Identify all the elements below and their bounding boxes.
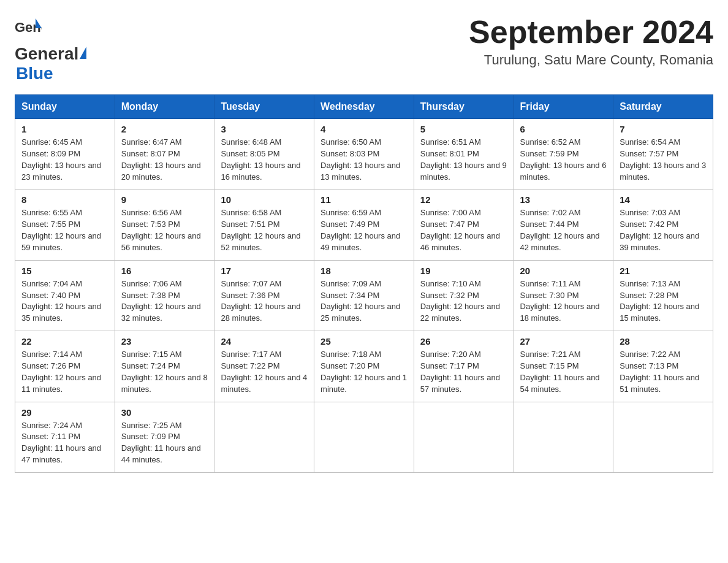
weekday-header-tuesday: Tuesday <box>214 95 314 119</box>
calendar-cell: 19 Sunrise: 7:10 AMSunset: 7:32 PMDaylig… <box>414 260 514 331</box>
calendar-cell: 30 Sunrise: 7:25 AMSunset: 7:09 PMDaylig… <box>115 402 214 472</box>
calendar-cell: 9 Sunrise: 6:56 AMSunset: 7:53 PMDayligh… <box>115 190 214 260</box>
day-info: Sunrise: 7:24 AMSunset: 7:11 PMDaylight:… <box>21 420 108 466</box>
calendar-cell: 12 Sunrise: 7:00 AMSunset: 7:47 PMDaylig… <box>414 190 514 260</box>
calendar-week-5: 29 Sunrise: 7:24 AMSunset: 7:11 PMDaylig… <box>15 402 713 472</box>
calendar-week-2: 8 Sunrise: 6:55 AMSunset: 7:55 PMDayligh… <box>15 190 713 260</box>
day-info: Sunrise: 6:45 AMSunset: 8:09 PMDaylight:… <box>21 137 108 183</box>
day-number: 22 <box>21 336 108 347</box>
calendar-cell: 16 Sunrise: 7:06 AMSunset: 7:38 PMDaylig… <box>115 260 214 331</box>
calendar-cell <box>613 402 713 472</box>
day-number: 17 <box>221 266 308 276</box>
day-number: 5 <box>420 124 507 134</box>
calendar-cell: 2 Sunrise: 6:47 AMSunset: 8:07 PMDayligh… <box>115 119 214 190</box>
calendar-week-3: 15 Sunrise: 7:04 AMSunset: 7:40 PMDaylig… <box>15 260 713 331</box>
day-number: 4 <box>320 124 408 134</box>
weekday-header-sunday: Sunday <box>15 95 115 119</box>
calendar-cell: 10 Sunrise: 6:58 AMSunset: 7:51 PMDaylig… <box>214 190 314 260</box>
weekday-header-saturday: Saturday <box>613 95 713 119</box>
weekday-header-thursday: Thursday <box>414 95 514 119</box>
day-info: Sunrise: 7:25 AMSunset: 7:09 PMDaylight:… <box>121 420 208 466</box>
day-info: Sunrise: 7:20 AMSunset: 7:17 PMDaylight:… <box>420 349 507 395</box>
logo-blue: Blue <box>15 64 53 83</box>
calendar-cell: 1 Sunrise: 6:45 AMSunset: 8:09 PMDayligh… <box>15 119 115 190</box>
day-number: 15 <box>21 266 108 276</box>
day-number: 28 <box>620 336 707 347</box>
calendar-cell <box>514 402 613 472</box>
day-number: 14 <box>620 194 707 205</box>
calendar-cell: 28 Sunrise: 7:22 AMSunset: 7:13 PMDaylig… <box>613 331 713 402</box>
day-number: 19 <box>420 266 507 276</box>
day-info: Sunrise: 7:04 AMSunset: 7:40 PMDaylight:… <box>21 278 108 324</box>
day-info: Sunrise: 7:10 AMSunset: 7:32 PMDaylight:… <box>420 278 507 324</box>
day-info: Sunrise: 7:22 AMSunset: 7:13 PMDaylight:… <box>620 349 707 395</box>
day-info: Sunrise: 6:51 AMSunset: 8:01 PMDaylight:… <box>420 137 507 183</box>
calendar-cell: 29 Sunrise: 7:24 AMSunset: 7:11 PMDaylig… <box>15 402 115 472</box>
day-number: 3 <box>221 124 308 134</box>
calendar-cell: 23 Sunrise: 7:15 AMSunset: 7:24 PMDaylig… <box>115 331 214 402</box>
day-info: Sunrise: 7:21 AMSunset: 7:15 PMDaylight:… <box>520 349 607 395</box>
calendar-cell: 17 Sunrise: 7:07 AMSunset: 7:36 PMDaylig… <box>214 260 314 331</box>
day-info: Sunrise: 6:56 AMSunset: 7:53 PMDaylight:… <box>121 207 208 253</box>
calendar-week-4: 22 Sunrise: 7:14 AMSunset: 7:26 PMDaylig… <box>15 331 713 402</box>
day-info: Sunrise: 7:13 AMSunset: 7:28 PMDaylight:… <box>620 278 707 324</box>
day-number: 30 <box>121 407 208 418</box>
day-number: 24 <box>221 336 308 347</box>
day-number: 25 <box>320 336 408 347</box>
day-info: Sunrise: 6:59 AMSunset: 7:49 PMDaylight:… <box>320 207 408 253</box>
calendar-cell <box>314 402 414 472</box>
calendar-cell: 24 Sunrise: 7:17 AMSunset: 7:22 PMDaylig… <box>214 331 314 402</box>
weekday-header-monday: Monday <box>115 95 214 119</box>
day-info: Sunrise: 7:14 AMSunset: 7:26 PMDaylight:… <box>21 349 108 395</box>
calendar-week-1: 1 Sunrise: 6:45 AMSunset: 8:09 PMDayligh… <box>15 119 713 190</box>
day-number: 6 <box>520 124 607 134</box>
title-area: September 2024 Turulung, Satu Mare Count… <box>469 15 713 68</box>
day-info: Sunrise: 7:17 AMSunset: 7:22 PMDaylight:… <box>221 349 308 395</box>
day-number: 11 <box>320 194 408 205</box>
day-number: 27 <box>520 336 607 347</box>
calendar-cell: 5 Sunrise: 6:51 AMSunset: 8:01 PMDayligh… <box>414 119 514 190</box>
day-number: 26 <box>420 336 507 347</box>
weekday-header-friday: Friday <box>514 95 613 119</box>
logo-triangle-icon <box>80 47 86 59</box>
calendar-cell <box>414 402 514 472</box>
day-info: Sunrise: 7:03 AMSunset: 7:42 PMDaylight:… <box>620 207 707 253</box>
calendar-cell: 25 Sunrise: 7:18 AMSunset: 7:20 PMDaylig… <box>314 331 414 402</box>
day-info: Sunrise: 7:07 AMSunset: 7:36 PMDaylight:… <box>221 278 308 324</box>
weekday-header-row: SundayMondayTuesdayWednesdayThursdayFrid… <box>15 95 713 119</box>
calendar-cell: 13 Sunrise: 7:02 AMSunset: 7:44 PMDaylig… <box>514 190 613 260</box>
day-info: Sunrise: 7:11 AMSunset: 7:30 PMDaylight:… <box>520 278 607 324</box>
calendar-cell: 3 Sunrise: 6:48 AMSunset: 8:05 PMDayligh… <box>214 119 314 190</box>
calendar-cell: 20 Sunrise: 7:11 AMSunset: 7:30 PMDaylig… <box>514 260 613 331</box>
day-number: 16 <box>121 266 208 276</box>
calendar-cell: 15 Sunrise: 7:04 AMSunset: 7:40 PMDaylig… <box>15 260 115 331</box>
day-number: 18 <box>320 266 408 276</box>
weekday-header-wednesday: Wednesday <box>314 95 414 119</box>
day-number: 1 <box>21 124 108 134</box>
calendar-cell: 22 Sunrise: 7:14 AMSunset: 7:26 PMDaylig… <box>15 331 115 402</box>
day-info: Sunrise: 6:50 AMSunset: 8:03 PMDaylight:… <box>320 137 408 183</box>
day-number: 9 <box>121 194 208 205</box>
logo-area: General General Blue <box>15 15 87 83</box>
calendar-cell: 26 Sunrise: 7:20 AMSunset: 7:17 PMDaylig… <box>414 331 514 402</box>
logo: General <box>15 15 44 44</box>
day-info: Sunrise: 6:47 AMSunset: 8:07 PMDaylight:… <box>121 137 208 183</box>
day-info: Sunrise: 7:02 AMSunset: 7:44 PMDaylight:… <box>520 207 607 253</box>
calendar-cell: 27 Sunrise: 7:21 AMSunset: 7:15 PMDaylig… <box>514 331 613 402</box>
calendar-title: September 2024 <box>469 15 713 50</box>
calendar-cell: 14 Sunrise: 7:03 AMSunset: 7:42 PMDaylig… <box>613 190 713 260</box>
day-info: Sunrise: 7:15 AMSunset: 7:24 PMDaylight:… <box>121 349 208 395</box>
day-number: 13 <box>520 194 607 205</box>
day-info: Sunrise: 6:48 AMSunset: 8:05 PMDaylight:… <box>221 137 308 183</box>
day-info: Sunrise: 7:06 AMSunset: 7:38 PMDaylight:… <box>121 278 208 324</box>
day-info: Sunrise: 7:18 AMSunset: 7:20 PMDaylight:… <box>320 349 408 395</box>
day-number: 21 <box>620 266 707 276</box>
calendar-cell: 7 Sunrise: 6:54 AMSunset: 7:57 PMDayligh… <box>613 119 713 190</box>
day-number: 20 <box>520 266 607 276</box>
calendar-cell: 8 Sunrise: 6:55 AMSunset: 7:55 PMDayligh… <box>15 190 115 260</box>
day-number: 8 <box>21 194 108 205</box>
day-number: 12 <box>420 194 507 205</box>
calendar-cell <box>214 402 314 472</box>
day-number: 10 <box>221 194 308 205</box>
calendar-table: SundayMondayTuesdayWednesdayThursdayFrid… <box>15 94 713 473</box>
